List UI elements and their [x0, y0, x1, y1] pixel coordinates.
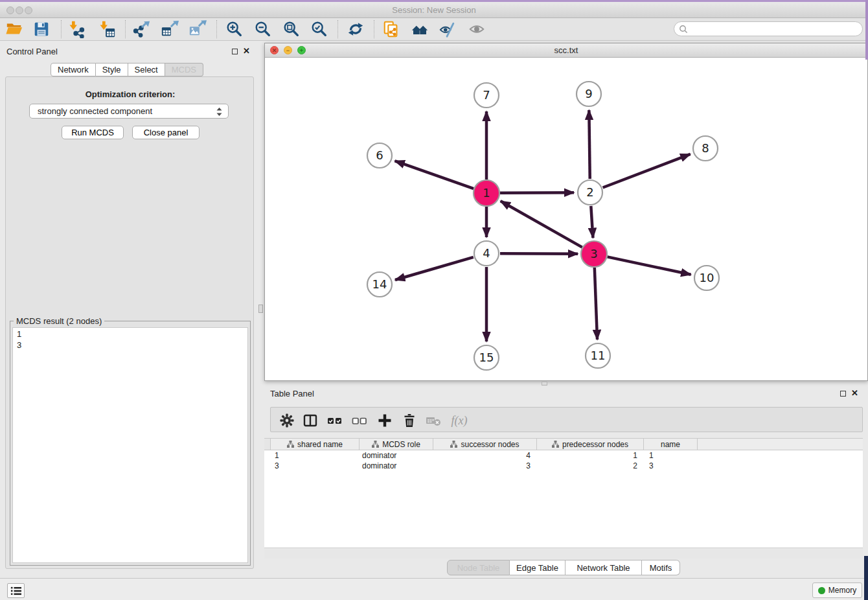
- table-settings-icon[interactable]: [279, 412, 295, 429]
- refresh-icon[interactable]: [346, 19, 365, 39]
- graph-edge-2-9[interactable]: [589, 110, 589, 179]
- graph-edge-4-3[interactable]: [500, 253, 578, 254]
- status-bar: Memory: [0, 578, 868, 600]
- zoom-fit-icon[interactable]: [282, 19, 301, 39]
- add-column-icon[interactable]: [376, 412, 393, 429]
- split-panel-icon[interactable]: [302, 412, 319, 429]
- table-toolbar: f(x): [270, 407, 863, 432]
- control-panel-float-icon[interactable]: [232, 49, 238, 54]
- deselect-all-icon[interactable]: [351, 412, 368, 429]
- table-row[interactable]: 1 dominator 4 1 1: [264, 450, 863, 461]
- graph-node-15[interactable]: 15: [474, 345, 499, 370]
- column-tree-icon: [450, 441, 457, 448]
- cell-predecessor-nodes[interactable]: 1: [537, 450, 644, 461]
- cell-shared-name[interactable]: 1: [271, 450, 360, 461]
- task-history-button[interactable]: [7, 583, 25, 598]
- close-panel-button[interactable]: Close panel: [132, 126, 200, 139]
- delete-column-icon[interactable]: [401, 412, 418, 429]
- graph-node-8[interactable]: 8: [693, 136, 718, 161]
- network-canvas[interactable]: 7968124314101511: [265, 58, 867, 380]
- zoom-out-icon[interactable]: [253, 19, 273, 39]
- column-header-name[interactable]: name: [644, 439, 698, 450]
- criterion-dropdown[interactable]: strongly connected component: [29, 104, 229, 119]
- column-header-shared-name[interactable]: shared name: [271, 439, 360, 450]
- graph-node-11[interactable]: 11: [586, 343, 610, 368]
- graph-node-2[interactable]: 2: [578, 180, 602, 205]
- export-image-icon[interactable]: [188, 19, 207, 39]
- graph-node-1[interactable]: 1: [474, 180, 499, 206]
- hide-panels-icon[interactable]: [438, 19, 457, 39]
- zoom-selected-icon[interactable]: [310, 19, 329, 39]
- graph-node-3[interactable]: 3: [581, 241, 607, 267]
- tab-edge-table[interactable]: Edge Table: [510, 560, 565, 575]
- table-scroll-strip[interactable]: [264, 548, 863, 559]
- svg-text:6: 6: [376, 148, 383, 162]
- zoom-in-icon[interactable]: [225, 19, 244, 39]
- graph-edge-2-3[interactable]: [591, 206, 593, 238]
- export-table-icon[interactable]: [160, 19, 179, 39]
- node-table: shared name MCDS role successor nodes pr…: [264, 438, 863, 471]
- tab-node-table[interactable]: Node Table: [447, 560, 510, 575]
- export-network-icon[interactable]: [131, 19, 151, 39]
- table-tabs: Node Table Edge Table Network Table Moti…: [447, 560, 680, 575]
- graph-edge-1-6[interactable]: [395, 161, 474, 189]
- tab-style[interactable]: Style: [96, 63, 128, 76]
- graph-node-10[interactable]: 10: [694, 266, 719, 290]
- cell-successor-nodes[interactable]: 3: [433, 461, 537, 471]
- search-input[interactable]: [691, 25, 852, 34]
- memory-label: Memory: [828, 586, 856, 595]
- graph-edge-4-14[interactable]: [395, 257, 474, 280]
- toolbar-separator: [337, 20, 338, 38]
- search-field[interactable]: [674, 21, 863, 36]
- cell-shared-name[interactable]: 3: [271, 461, 360, 471]
- graph-edge-3-10[interactable]: [608, 257, 691, 274]
- control-panel-close-icon[interactable]: ✕: [243, 48, 250, 54]
- graph-node-4[interactable]: 4: [474, 241, 499, 266]
- graph-edge-3-11[interactable]: [595, 268, 597, 340]
- clone-network-icon[interactable]: [382, 19, 401, 39]
- tab-network[interactable]: Network: [51, 63, 96, 76]
- graph-edge-2-8[interactable]: [603, 154, 691, 188]
- graph-node-14[interactable]: 14: [367, 272, 392, 297]
- table-panel-title: Table Panel: [270, 389, 314, 398]
- memory-button[interactable]: Memory: [812, 583, 862, 598]
- cell-name[interactable]: 3: [644, 461, 698, 471]
- graph-node-9[interactable]: 9: [577, 82, 601, 106]
- table-panel-close-icon[interactable]: ✕: [851, 390, 858, 397]
- home-networks-icon[interactable]: [410, 19, 429, 39]
- column-header-predecessor-nodes[interactable]: predecessor nodes: [537, 439, 644, 450]
- cell-name[interactable]: 1: [644, 450, 698, 461]
- optimization-criterion-label: Optimization criterion:: [6, 89, 255, 99]
- column-header-successor-nodes[interactable]: successor nodes: [433, 439, 537, 450]
- tab-motifs[interactable]: Motifs: [642, 560, 680, 575]
- column-header-filler: [698, 439, 863, 450]
- cell-mcds-role[interactable]: dominator: [360, 450, 433, 461]
- tab-mcds[interactable]: MCDS: [165, 63, 203, 76]
- cell-successor-nodes[interactable]: 4: [433, 450, 537, 461]
- mcds-result-list[interactable]: 1 3: [12, 327, 248, 563]
- show-panels-icon[interactable]: [467, 19, 486, 39]
- vertical-splitter-handle[interactable]: [258, 305, 263, 313]
- cell-predecessor-nodes[interactable]: 2: [537, 461, 644, 471]
- function-builder-icon[interactable]: f(x): [448, 412, 470, 429]
- graph-edge-1-2[interactable]: [500, 192, 574, 193]
- graph-edge-3-1[interactable]: [501, 201, 582, 247]
- table-row[interactable]: 3 dominator 3 2 3: [264, 461, 863, 471]
- table-panel-float-icon[interactable]: [840, 391, 846, 397]
- cell-mcds-role[interactable]: dominator: [360, 461, 433, 471]
- toolbar-separator: [61, 20, 62, 38]
- select-all-icon[interactable]: [326, 412, 343, 429]
- horizontal-splitter-handle[interactable]: [542, 382, 547, 386]
- open-file-icon[interactable]: [5, 19, 24, 39]
- import-network-icon[interactable]: [67, 19, 86, 39]
- tab-select[interactable]: Select: [128, 63, 165, 76]
- save-session-icon[interactable]: [32, 19, 51, 39]
- run-mcds-button[interactable]: Run MCDS: [62, 126, 124, 139]
- tab-network-table[interactable]: Network Table: [565, 560, 642, 575]
- graph-node-7[interactable]: 7: [474, 83, 499, 108]
- delete-table-icon[interactable]: [425, 412, 442, 429]
- graph-node-6[interactable]: 6: [367, 143, 392, 168]
- column-header-mcds-role[interactable]: MCDS role: [360, 439, 433, 450]
- import-table-icon[interactable]: [97, 19, 117, 39]
- network-window-titlebar[interactable]: ✕ − + scc.txt: [265, 43, 867, 58]
